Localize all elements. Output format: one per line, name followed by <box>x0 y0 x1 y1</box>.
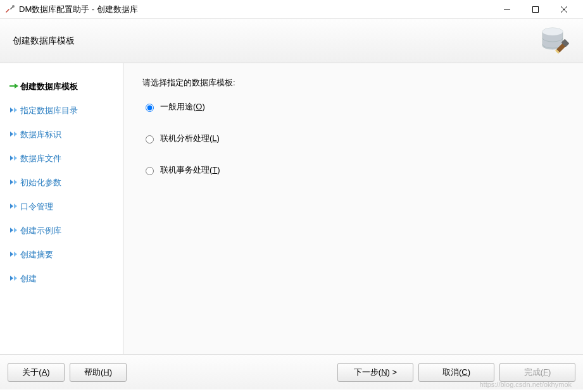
help-label: 帮助(H) <box>84 367 112 377</box>
next-label: 下一步(N) > <box>354 367 397 377</box>
wizard-step-0[interactable]: 创建数据库模板 <box>6 75 116 99</box>
wizard-step-label: 数据库文件 <box>20 153 61 164</box>
about-button[interactable]: 关于(A) <box>8 363 65 382</box>
template-option-row: 一般用途(O) <box>142 101 564 113</box>
arrow-icon <box>9 106 20 116</box>
maximize-icon <box>532 6 539 13</box>
close-button[interactable] <box>549 0 578 19</box>
arrow-icon <box>9 226 20 236</box>
minimize-icon <box>504 6 510 13</box>
app-icon <box>5 4 15 15</box>
minimize-button[interactable] <box>492 0 521 19</box>
maximize-button[interactable] <box>521 0 549 19</box>
about-label: 关于(A) <box>22 367 49 377</box>
wizard-step-2[interactable]: 数据库标识 <box>6 123 116 147</box>
close-icon <box>561 6 567 13</box>
wizard-step-8[interactable]: 创建 <box>6 267 116 291</box>
arrow-icon <box>9 130 20 140</box>
wizard-step-label: 创建数据库模板 <box>20 81 78 92</box>
svg-point-6 <box>542 28 563 35</box>
template-option-label[interactable]: 联机事务处理(T) <box>160 164 220 176</box>
cancel-button[interactable]: 取消(C) <box>418 363 494 382</box>
next-button[interactable]: 下一步(N) > <box>337 363 413 382</box>
template-option-label[interactable]: 联机分析处理(L) <box>160 133 220 144</box>
template-option-row: 联机事务处理(T) <box>142 164 564 176</box>
arrow-icon <box>9 202 20 212</box>
arrow-icon <box>9 274 20 284</box>
wizard-step-label: 创建示例库 <box>20 225 61 236</box>
template-option-row: 联机分析处理(L) <box>142 133 564 144</box>
wizard-steps-sidebar: 创建数据库模板指定数据库目录数据库标识数据库文件初始化参数口令管理创建示例库创建… <box>0 63 123 354</box>
finish-button[interactable]: 完成(F) <box>499 363 575 382</box>
wizard-step-4[interactable]: 初始化参数 <box>6 171 116 195</box>
template-prompt: 请选择指定的数据库模板: <box>142 77 564 89</box>
wizard-step-5[interactable]: 口令管理 <box>6 195 116 219</box>
finish-label: 完成(F) <box>524 367 551 377</box>
database-tools-icon <box>539 25 570 57</box>
arrow-active-icon <box>9 82 20 92</box>
wizard-step-label: 数据库标识 <box>20 129 61 140</box>
window-title: DM数据库配置助手 - 创建数据库 <box>19 4 492 15</box>
wizard-step-label: 创建摘要 <box>20 249 53 260</box>
template-radio-t[interactable] <box>146 167 154 175</box>
page-title: 创建数据库模板 <box>13 35 539 47</box>
wizard-step-label: 初始化参数 <box>20 177 61 188</box>
wizard-step-3[interactable]: 数据库文件 <box>6 147 116 171</box>
wizard-step-label: 创建 <box>20 273 37 285</box>
wizard-step-label: 口令管理 <box>20 201 53 212</box>
svg-point-0 <box>12 5 15 8</box>
arrow-icon <box>9 154 20 164</box>
cancel-label: 取消(C) <box>442 367 470 377</box>
wizard-step-label: 指定数据库目录 <box>20 105 78 116</box>
help-button[interactable]: 帮助(H) <box>70 363 127 382</box>
template-radio-l[interactable] <box>146 135 154 144</box>
arrow-icon <box>9 250 20 260</box>
arrow-icon <box>9 178 20 188</box>
wizard-step-1[interactable]: 指定数据库目录 <box>6 99 116 123</box>
template-option-label[interactable]: 一般用途(O) <box>160 101 205 113</box>
template-radio-o[interactable] <box>146 104 154 112</box>
wizard-step-7[interactable]: 创建摘要 <box>6 243 116 267</box>
wizard-step-6[interactable]: 创建示例库 <box>6 219 116 243</box>
svg-rect-2 <box>532 6 538 12</box>
